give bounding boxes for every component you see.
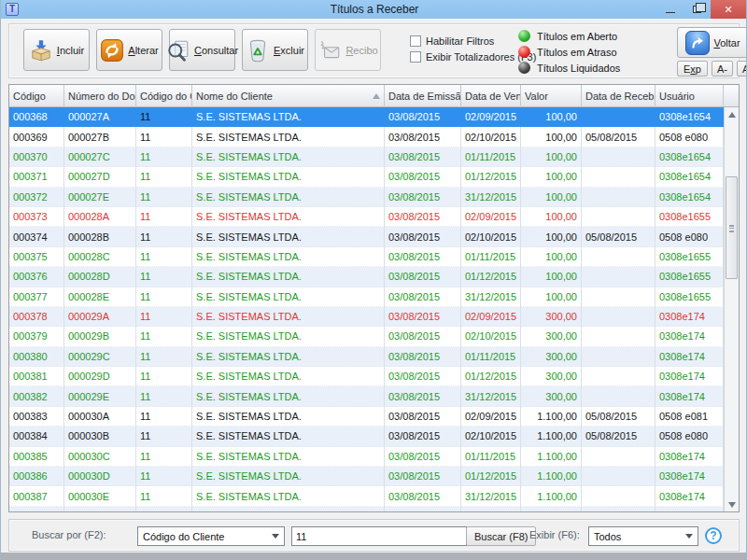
cell-codigo[interactable]: 000375 bbox=[9, 247, 64, 267]
cell-valor[interactable]: 100,00 bbox=[521, 287, 582, 307]
cell-vencimento[interactable]: 02/09/2015 bbox=[461, 407, 521, 427]
cell-nome[interactable]: S.E. SISTEMAS LTDA. bbox=[192, 167, 385, 187]
cell-documento[interactable]: 000028E bbox=[64, 287, 136, 307]
cell-valor[interactable]: 100,00 bbox=[521, 167, 582, 187]
column-header-emissao[interactable]: Data de Emissão bbox=[385, 85, 461, 107]
close-button[interactable]: ✕ bbox=[711, 0, 746, 19]
cell-valor[interactable]: 100,00 bbox=[521, 247, 582, 267]
cell-documento[interactable]: 000028A bbox=[64, 207, 136, 227]
cell-recebimento[interactable] bbox=[582, 307, 655, 327]
cell-valor[interactable]: 300,00 bbox=[521, 347, 582, 367]
cell-emissao[interactable]: 03/08/2015 bbox=[385, 287, 461, 307]
cell-valor[interactable]: 100,00 bbox=[521, 227, 582, 246]
cell-usuario[interactable]: 0308e174 bbox=[655, 307, 724, 327]
cell-valor[interactable]: 100,00 bbox=[521, 188, 582, 207]
table-row-000371[interactable]: 000371000027D11S.E. SISTEMAS LTDA.03/08/… bbox=[9, 167, 739, 187]
table-row-000373[interactable]: 000373000028A11S.E. SISTEMAS LTDA.03/08/… bbox=[9, 207, 739, 227]
cell-cliente[interactable]: 11 bbox=[136, 127, 192, 147]
cell-nome[interactable]: S.E. SISTEMAS LTDA. bbox=[192, 287, 385, 307]
cell-recebimento[interactable] bbox=[582, 188, 655, 207]
cell-vencimento[interactable]: 01/12/2015 bbox=[461, 167, 521, 187]
cell-vencimento[interactable]: 01/11/2015 bbox=[461, 247, 521, 267]
cell-cliente[interactable]: 11 bbox=[136, 307, 192, 327]
cell-nome[interactable]: S.E. SISTEMAS LTDA. bbox=[192, 327, 385, 346]
cell-recebimento[interactable] bbox=[582, 367, 655, 386]
cell-recebimento[interactable] bbox=[582, 207, 655, 227]
table-row-000379[interactable]: 000379000029B11S.E. SISTEMAS LTDA.03/08/… bbox=[9, 327, 739, 346]
cell-vencimento[interactable]: 01/11/2015 bbox=[461, 447, 521, 467]
buscar-field-combobox[interactable]: Código do Cliente bbox=[137, 526, 285, 546]
incluir-button[interactable]: Incluir bbox=[23, 29, 90, 71]
cell-codigo[interactable]: 000384 bbox=[9, 427, 64, 446]
cell-nome[interactable]: S.E. SISTEMAS LTDA. bbox=[192, 486, 385, 506]
table-row-000382[interactable]: 000382000029E11S.E. SISTEMAS LTDA.03/08/… bbox=[9, 386, 739, 406]
cell-emissao[interactable]: 03/08/2015 bbox=[385, 267, 461, 287]
cell-emissao[interactable]: 03/08/2015 bbox=[385, 227, 461, 246]
cell-cliente[interactable]: 11 bbox=[136, 347, 192, 367]
cell-vencimento[interactable]: 31/12/2015 bbox=[461, 188, 521, 207]
cell-codigo[interactable]: 000383 bbox=[9, 407, 64, 427]
cell-emissao[interactable]: 03/08/2015 bbox=[385, 188, 461, 207]
buscar-button[interactable]: Buscar (F8) bbox=[466, 526, 536, 546]
cell-valor[interactable] bbox=[521, 507, 582, 511]
table-row-000380[interactable]: 000380000029C11S.E. SISTEMAS LTDA.03/08/… bbox=[9, 347, 739, 367]
cell-vencimento[interactable]: 02/10/2015 bbox=[461, 327, 521, 346]
cell-vencimento[interactable]: 02/10/2015 bbox=[461, 127, 521, 147]
cell-usuario[interactable] bbox=[655, 507, 724, 511]
cell-valor[interactable]: 300,00 bbox=[521, 386, 582, 406]
search-input[interactable] bbox=[291, 526, 467, 546]
cell-cliente[interactable]: 11 bbox=[136, 467, 192, 486]
exp-button[interactable]: Exp bbox=[677, 61, 708, 77]
cell-usuario[interactable]: 0308e1655 bbox=[655, 267, 724, 287]
table-row-000374[interactable]: 000374000028B11S.E. SISTEMAS LTDA.03/08/… bbox=[9, 227, 739, 246]
cell-valor[interactable]: 300,00 bbox=[521, 307, 582, 327]
cell-cliente[interactable]: 11 bbox=[136, 407, 192, 427]
excluir-button[interactable]: Excluir bbox=[242, 29, 308, 71]
cell-valor[interactable]: 1.100,00 bbox=[521, 447, 582, 467]
cell-usuario[interactable]: 0308e1655 bbox=[655, 287, 724, 307]
cell-usuario[interactable]: 0308e1655 bbox=[655, 207, 724, 227]
cell-emissao[interactable] bbox=[385, 507, 461, 511]
cell-vencimento[interactable] bbox=[461, 507, 521, 511]
cell-valor[interactable]: 100,00 bbox=[521, 207, 582, 227]
cell-documento[interactable]: 000029B bbox=[64, 327, 136, 346]
cell-cliente[interactable]: 11 bbox=[136, 188, 192, 207]
cell-nome[interactable]: S.E. SISTEMAS LTDA. bbox=[192, 347, 385, 367]
font-larger-button[interactable]: A+ bbox=[737, 61, 747, 77]
cell-codigo[interactable]: 000369 bbox=[9, 127, 64, 147]
cell-recebimento[interactable] bbox=[582, 347, 655, 367]
cell-emissao[interactable]: 03/08/2015 bbox=[385, 247, 461, 267]
column-header-cliente[interactable]: Código do Cliente bbox=[136, 85, 192, 107]
cell-usuario[interactable]: 0508 e080 bbox=[655, 427, 724, 446]
cell-emissao[interactable]: 03/08/2015 bbox=[385, 407, 461, 427]
cell-valor[interactable]: 1.100,00 bbox=[521, 407, 582, 427]
cell-usuario[interactable]: 0308e174 bbox=[655, 467, 724, 486]
cell-emissao[interactable]: 03/08/2015 bbox=[385, 167, 461, 187]
cell-documento[interactable]: 000027A bbox=[64, 107, 136, 127]
cell-codigo[interactable]: 000386 bbox=[9, 467, 64, 486]
cell-vencimento[interactable]: 01/11/2015 bbox=[461, 347, 521, 367]
cell-documento[interactable]: 000030B bbox=[64, 427, 136, 446]
cell-documento[interactable]: 000027D bbox=[64, 167, 136, 187]
column-header-vencimento[interactable]: Data de Vencimento bbox=[461, 85, 521, 107]
cell-valor[interactable]: 1.100,00 bbox=[521, 467, 582, 486]
cell-vencimento[interactable]: 01/12/2015 bbox=[461, 467, 521, 486]
cell-codigo[interactable]: 000373 bbox=[9, 207, 64, 227]
cell-usuario[interactable]: 0308e174 bbox=[655, 327, 724, 346]
cell-cliente[interactable]: 11 bbox=[136, 207, 192, 227]
cell-recebimento[interactable]: 05/08/2015 bbox=[582, 227, 655, 246]
cell-recebimento[interactable] bbox=[582, 247, 655, 267]
table-row-000378[interactable]: 000378000029A11S.E. SISTEMAS LTDA.03/08/… bbox=[9, 307, 739, 327]
cell-recebimento[interactable] bbox=[582, 287, 655, 307]
cell-emissao[interactable]: 03/08/2015 bbox=[385, 327, 461, 346]
cell-recebimento[interactable] bbox=[582, 486, 655, 506]
cell-vencimento[interactable]: 02/09/2015 bbox=[461, 107, 521, 127]
cell-cliente[interactable]: 11 bbox=[136, 107, 192, 127]
cell-documento[interactable]: 000030A bbox=[64, 407, 136, 427]
cell-nome[interactable]: S.E. SISTEMAS LTDA. bbox=[192, 467, 385, 486]
cell-nome[interactable]: S.E. SISTEMAS LTDA. bbox=[192, 267, 385, 287]
cell-emissao[interactable]: 03/08/2015 bbox=[385, 127, 461, 147]
cell-valor[interactable]: 300,00 bbox=[521, 327, 582, 346]
cell-usuario[interactable]: 0308e1654 bbox=[655, 147, 724, 167]
column-header-usuario[interactable]: Usuário bbox=[655, 85, 724, 107]
